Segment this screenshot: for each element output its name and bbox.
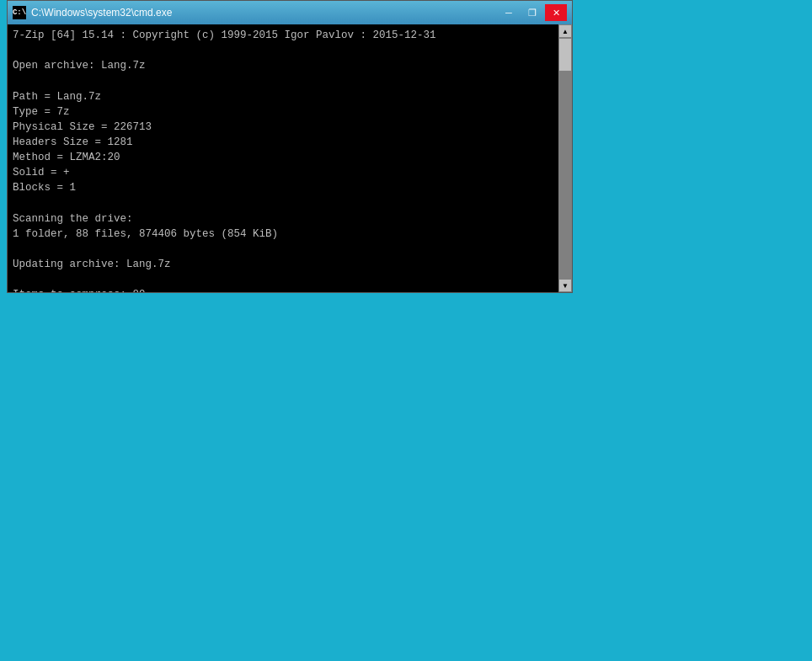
scrollbar[interactable]: ▲ ▼ [558, 24, 572, 292]
window-title: C:\Windows\system32\cmd.exe [31, 7, 172, 19]
cmd-window: C:\ C:\Windows\system32\cmd.exe ─ ❐ ✕ 7-… [7, 0, 573, 293]
console-output[interactable]: 7-Zip [64] 15.14 : Copyright (c) 1999-20… [8, 24, 558, 292]
restore-button[interactable]: ❐ [521, 4, 543, 21]
close-button[interactable]: ✕ [545, 4, 567, 21]
title-bar-left: C:\ C:\Windows\system32\cmd.exe [13, 6, 172, 19]
cmd-icon: C:\ [13, 6, 26, 19]
scroll-track[interactable] [558, 38, 572, 279]
title-bar: C:\ C:\Windows\system32\cmd.exe ─ ❐ ✕ [8, 1, 572, 24]
console-area: 7-Zip [64] 15.14 : Copyright (c) 1999-20… [8, 24, 572, 292]
scroll-thumb[interactable] [558, 38, 572, 72]
minimize-button[interactable]: ─ [498, 4, 520, 21]
title-bar-buttons: ─ ❐ ✕ [498, 4, 567, 21]
scroll-up-arrow[interactable]: ▲ [558, 24, 572, 38]
scroll-down-arrow[interactable]: ▼ [558, 279, 572, 292]
cmd-icon-text: C:\ [13, 8, 26, 17]
